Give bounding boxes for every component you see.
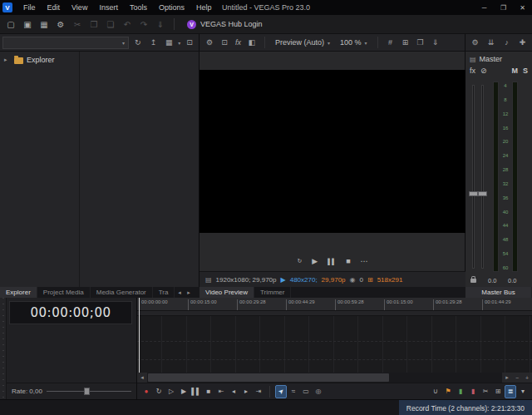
menu-file[interactable]: File bbox=[17, 0, 42, 15]
normal-edit-tool-icon[interactable]: ➤ bbox=[275, 385, 287, 398]
paste-icon[interactable]: ❏ bbox=[103, 17, 118, 32]
save-project-icon[interactable]: ▦ bbox=[37, 17, 52, 32]
tab-scroll-right-icon[interactable]: ▸ bbox=[184, 287, 193, 298]
menu-insert[interactable]: Insert bbox=[93, 0, 124, 15]
volume-fader-right[interactable] bbox=[478, 191, 487, 196]
solo-button[interactable]: S bbox=[523, 67, 528, 75]
pan-crop-icon[interactable]: ⊞ bbox=[492, 385, 504, 398]
tab-project-media[interactable]: Project Media bbox=[37, 287, 91, 298]
close-button[interactable]: ✕ bbox=[513, 0, 532, 15]
time-ruler[interactable]: 00:00:00:00 00:00:15:00 00:00:29:28 00:0… bbox=[137, 298, 532, 311]
more-tools-chevron-icon[interactable]: ▾ bbox=[517, 385, 529, 398]
preview-zoom-dropdown[interactable]: 100 % ▾ bbox=[336, 36, 372, 49]
edit-cursor[interactable] bbox=[139, 298, 140, 373]
copy-snapshot-icon[interactable]: ❐ bbox=[414, 36, 427, 49]
mixing-console-icon[interactable]: ≣ bbox=[505, 385, 516, 398]
record-icon[interactable]: ● bbox=[140, 385, 152, 398]
address-input[interactable] bbox=[3, 38, 119, 47]
play-icon[interactable]: ▶ bbox=[312, 257, 318, 265]
safe-area-icon[interactable]: ⊞ bbox=[399, 36, 412, 49]
lock-icon[interactable] bbox=[470, 279, 476, 283]
add-bus-icon[interactable]: ✚ bbox=[517, 36, 528, 49]
loop-playback-icon[interactable]: ↻ bbox=[297, 258, 302, 264]
vegas-hub-login-button[interactable]: V VEGAS Hub Login bbox=[180, 17, 269, 32]
pause-icon[interactable]: ▌▌ bbox=[328, 259, 336, 264]
views-chevron-icon[interactable]: ▾ bbox=[178, 40, 180, 46]
menu-options[interactable]: Options bbox=[153, 0, 190, 15]
views-icon[interactable]: ▦ bbox=[163, 36, 176, 49]
previous-frame-icon[interactable]: ◂ bbox=[228, 385, 239, 398]
tab-master-bus[interactable]: Master Bus bbox=[466, 287, 532, 298]
open-project-icon[interactable]: ▣ bbox=[20, 17, 35, 32]
tab-trimmer[interactable]: Trimmer bbox=[254, 287, 291, 298]
tab-media-generator[interactable]: Media Generator bbox=[91, 287, 153, 298]
video-output-fx-icon[interactable]: fx bbox=[233, 38, 244, 47]
more-options-icon[interactable]: ⋯ bbox=[361, 257, 368, 265]
scroll-left-icon[interactable]: ◂ bbox=[137, 373, 147, 383]
address-combo[interactable]: ▾ bbox=[2, 37, 129, 49]
tab-transitions[interactable]: Tra bbox=[153, 287, 175, 298]
split-icon[interactable]: ✂ bbox=[480, 385, 491, 398]
tab-scroll-left-icon[interactable]: ◂ bbox=[175, 287, 184, 298]
render-as-icon[interactable]: ⇓ bbox=[153, 17, 168, 32]
dim-output-speaker-icon[interactable]: ♪ bbox=[501, 36, 512, 49]
cut-icon[interactable]: ✂ bbox=[70, 17, 85, 32]
tab-explorer[interactable]: Explorer bbox=[0, 287, 37, 298]
split-screen-icon[interactable]: ◧ bbox=[245, 36, 259, 49]
minimize-button[interactable]: ─ bbox=[475, 0, 494, 15]
tab-video-preview[interactable]: Video Preview bbox=[200, 287, 254, 298]
menu-view[interactable]: View bbox=[66, 0, 93, 15]
rate-slider[interactable] bbox=[47, 387, 131, 396]
stop-icon[interactable]: ■ bbox=[346, 257, 350, 265]
external-monitor-icon[interactable]: ⊡ bbox=[218, 36, 231, 49]
menu-tools[interactable]: Tools bbox=[124, 0, 153, 15]
selection-edit-tool-icon[interactable]: ▭ bbox=[300, 385, 312, 398]
maximize-button[interactable]: ❐ bbox=[494, 0, 513, 15]
stop-icon[interactable]: ■ bbox=[203, 385, 214, 398]
loop-playback-icon[interactable]: ↻ bbox=[153, 385, 165, 398]
project-properties-icon[interactable]: ⚙ bbox=[53, 17, 68, 32]
next-frame-icon[interactable]: ▸ bbox=[240, 385, 252, 398]
scrollbar-track[interactable] bbox=[147, 373, 502, 383]
undo-icon[interactable]: ↶ bbox=[120, 17, 135, 32]
bypass-fx-icon[interactable]: ⊘ bbox=[480, 67, 487, 75]
go-to-start-icon[interactable]: ⇤ bbox=[215, 385, 227, 398]
menu-edit[interactable]: Edit bbox=[42, 0, 66, 15]
play-from-start-icon[interactable]: ▷ bbox=[165, 385, 177, 398]
tree-expander-icon[interactable]: ▸ bbox=[4, 57, 11, 63]
zoom-in-icon[interactable]: + bbox=[522, 373, 532, 383]
chevron-down-icon[interactable]: ▾ bbox=[119, 40, 128, 46]
list-view-icon[interactable]: ⊡ bbox=[183, 36, 196, 49]
go-to-end-icon[interactable]: ⇥ bbox=[253, 385, 264, 398]
volume-fader-left[interactable] bbox=[469, 191, 478, 196]
envelope-edit-tool-icon[interactable]: ≈ bbox=[288, 385, 299, 398]
snap-icon[interactable]: ∪ bbox=[430, 385, 441, 398]
up-one-level-icon[interactable]: ↥ bbox=[147, 36, 160, 49]
insert-marker-icon[interactable]: ⚑ bbox=[442, 385, 454, 398]
explorer-root-item[interactable]: ▸ Explorer bbox=[0, 52, 199, 64]
track-pane-grip[interactable] bbox=[0, 298, 7, 399]
grid-overlay-icon[interactable]: # bbox=[384, 36, 397, 49]
copy-icon[interactable]: ❐ bbox=[86, 17, 101, 32]
timeline-tracks[interactable] bbox=[137, 316, 532, 373]
menu-help[interactable]: Help bbox=[190, 0, 218, 15]
rate-slider-handle[interactable] bbox=[84, 388, 90, 395]
downmix-icon[interactable]: ⇊ bbox=[485, 36, 496, 49]
redo-icon[interactable]: ↷ bbox=[136, 17, 151, 32]
preview-settings-gear-icon[interactable]: ⚙ bbox=[203, 36, 216, 49]
timecode-display[interactable]: 00:00:00;00 bbox=[9, 301, 132, 324]
preview-quality-dropdown[interactable]: Preview (Auto) ▾ bbox=[271, 36, 334, 49]
play-icon[interactable]: ▶ bbox=[178, 385, 190, 398]
pause-icon[interactable]: ▌▌ bbox=[190, 385, 202, 398]
insert-region-icon[interactable]: ▮ bbox=[455, 385, 466, 398]
save-snapshot-icon[interactable]: ⇓ bbox=[429, 36, 442, 49]
explorer-splitter[interactable] bbox=[79, 52, 80, 287]
mixer-settings-gear-icon[interactable]: ⚙ bbox=[470, 36, 480, 49]
refresh-icon[interactable]: ↻ bbox=[131, 36, 145, 49]
insert-command-icon[interactable]: ▮ bbox=[467, 385, 479, 398]
mute-button[interactable]: M bbox=[511, 67, 518, 75]
zoom-edit-tool-icon[interactable]: ◎ bbox=[313, 385, 324, 398]
master-fx-button[interactable]: fx bbox=[470, 67, 475, 75]
scroll-right-icon[interactable]: ▸ bbox=[502, 373, 512, 383]
new-project-icon[interactable]: ▢ bbox=[3, 17, 18, 32]
